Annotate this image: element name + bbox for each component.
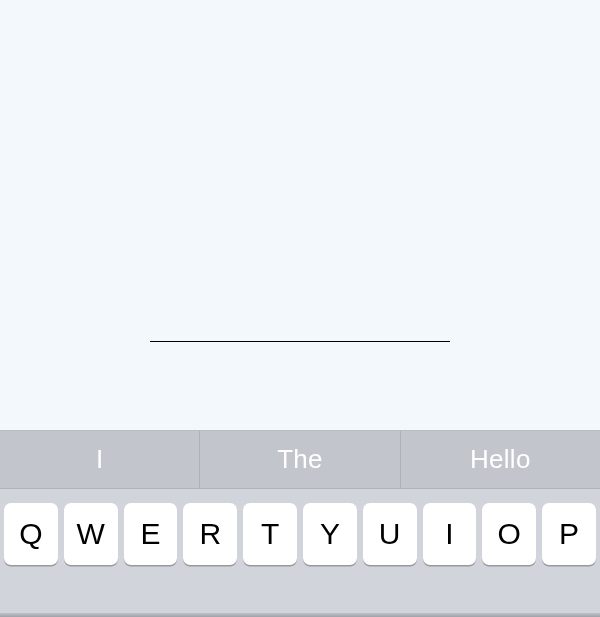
key-p[interactable]: P	[542, 503, 596, 565]
on-screen-keyboard: I The Hello Q W E R T Y U I O P	[0, 430, 600, 617]
key-label: R	[199, 517, 221, 551]
key-label: P	[559, 517, 579, 551]
key-label: O	[498, 517, 521, 551]
suggestion-label: The	[277, 444, 323, 475]
key-e[interactable]: E	[124, 503, 178, 565]
suggestion-2[interactable]: The	[200, 431, 400, 488]
keyboard-bottom-edge	[0, 613, 600, 617]
key-y[interactable]: Y	[303, 503, 357, 565]
key-i[interactable]: I	[423, 503, 477, 565]
key-label: E	[140, 517, 160, 551]
key-w[interactable]: W	[64, 503, 118, 565]
key-label: U	[379, 517, 401, 551]
key-label: Y	[320, 517, 340, 551]
key-o[interactable]: O	[482, 503, 536, 565]
key-t[interactable]: T	[243, 503, 297, 565]
key-label: Q	[19, 517, 42, 551]
key-label: T	[261, 517, 279, 551]
text-input[interactable]	[150, 312, 450, 342]
suggestion-label: Hello	[470, 444, 531, 475]
suggestion-1[interactable]: I	[0, 431, 200, 488]
key-label: I	[445, 517, 453, 551]
key-r[interactable]: R	[183, 503, 237, 565]
key-q[interactable]: Q	[4, 503, 58, 565]
suggestion-label: I	[96, 444, 104, 475]
key-u[interactable]: U	[363, 503, 417, 565]
key-row-1: Q W E R T Y U I O P	[0, 489, 600, 565]
suggestions-bar: I The Hello	[0, 431, 600, 489]
key-label: W	[77, 517, 105, 551]
suggestion-3[interactable]: Hello	[401, 431, 600, 488]
content-area	[0, 0, 600, 430]
